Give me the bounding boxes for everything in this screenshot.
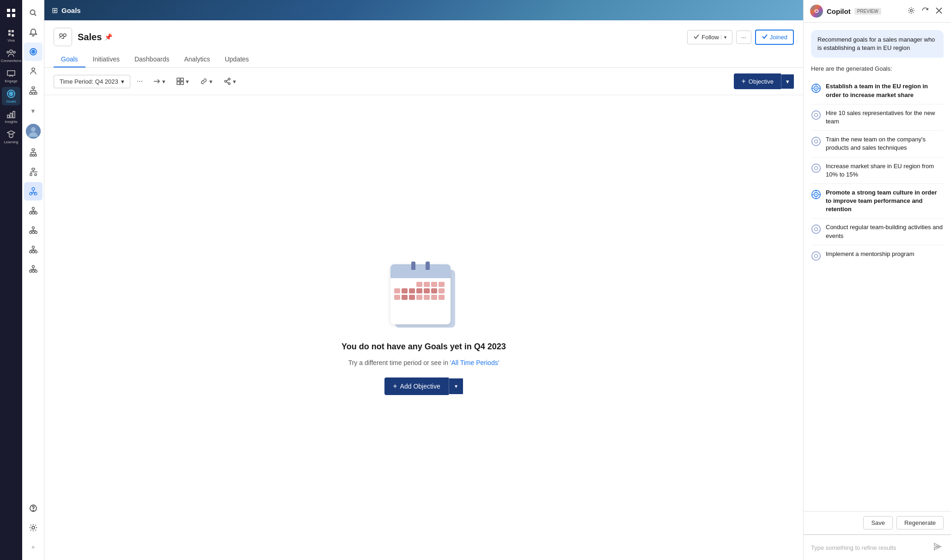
sidebar-item-connections[interactable]: Connections bbox=[2, 46, 20, 65]
grid-view-button[interactable]: ▾ bbox=[173, 75, 193, 88]
copilot-body: Recommend goals for a sales manager who … bbox=[804, 23, 951, 511]
svg-rect-0 bbox=[7, 9, 10, 12]
svg-rect-30 bbox=[35, 174, 37, 176]
goal-text-1: Establish a team in the EU region in ord… bbox=[826, 82, 944, 99]
empty-add-plus-icon: + bbox=[393, 382, 397, 390]
svg-rect-11 bbox=[10, 113, 12, 118]
goal-icon-target-5 bbox=[811, 189, 821, 200]
nav-org5[interactable] bbox=[24, 221, 43, 239]
org-chart-icon[interactable] bbox=[24, 81, 43, 100]
view-arrow-button[interactable]: ▾ bbox=[149, 75, 169, 88]
sidebar-item-goals[interactable]: Goals bbox=[2, 87, 20, 105]
svg-point-72 bbox=[814, 166, 817, 170]
nav-org1[interactable] bbox=[24, 143, 43, 162]
time-period-label: Time Period: Q4 2023 bbox=[60, 78, 118, 85]
svg-point-4 bbox=[10, 50, 12, 53]
share-button[interactable]: ▾ bbox=[220, 75, 240, 88]
goal-icon-target-1 bbox=[811, 83, 821, 93]
expand-sidebar-icon[interactable]: ▼ bbox=[24, 102, 43, 120]
tab-analytics[interactable]: Analytics bbox=[177, 52, 217, 67]
svg-point-53 bbox=[60, 34, 62, 37]
goal-item-4: Increase market share in EU region from … bbox=[811, 158, 944, 184]
goal-item-3: Train the new team on the company's prod… bbox=[811, 131, 944, 157]
add-objective-main-button[interactable]: + Objective bbox=[734, 73, 781, 89]
copilot-close-button[interactable] bbox=[933, 5, 945, 18]
svg-point-41 bbox=[35, 231, 37, 234]
all-time-periods-link[interactable]: 'All Time Periods' bbox=[450, 359, 500, 366]
people-icon[interactable] bbox=[24, 62, 43, 80]
link-chevron: ▾ bbox=[209, 78, 213, 85]
svg-rect-1 bbox=[12, 9, 15, 12]
nav-org7[interactable] bbox=[24, 260, 43, 278]
page-nav: Goals Initiatives Dashboards Analytics U… bbox=[54, 52, 794, 67]
tab-goals[interactable]: Goals bbox=[54, 52, 85, 67]
svg-point-68 bbox=[814, 113, 817, 116]
nav-org3-active[interactable] bbox=[24, 182, 43, 201]
copilot-input-area bbox=[804, 535, 951, 560]
page-area: Sales 📌 Follow ▾ bbox=[44, 20, 803, 560]
goals-nav-icon[interactable] bbox=[24, 43, 43, 61]
nav-org6[interactable] bbox=[24, 240, 43, 259]
tab-initiatives[interactable]: Initiatives bbox=[85, 52, 127, 67]
copilot-input[interactable] bbox=[811, 544, 928, 551]
sidebar-item-engage[interactable]: Engage bbox=[2, 67, 20, 85]
link-button[interactable]: ▾ bbox=[196, 75, 216, 88]
save-button[interactable]: Save bbox=[863, 516, 893, 530]
copilot-settings-button[interactable] bbox=[906, 5, 917, 18]
sidebar-item-learning[interactable]: Learning bbox=[2, 128, 20, 146]
add-objective-button-group: + Objective ▾ bbox=[734, 73, 794, 89]
empty-add-objective-button[interactable]: + Add Objective bbox=[384, 377, 449, 395]
add-objective-chevron-button[interactable]: ▾ bbox=[781, 74, 794, 89]
avatar[interactable] bbox=[26, 124, 41, 139]
svg-rect-55 bbox=[177, 78, 180, 81]
header-banner: ⊞ Goals bbox=[44, 0, 803, 20]
goal-icon-circle-3 bbox=[811, 136, 821, 146]
pin-icon: 📌 bbox=[104, 33, 112, 41]
joined-button[interactable]: Joined bbox=[755, 30, 794, 45]
goal-text-6: Conduct regular team-building activities… bbox=[826, 223, 944, 240]
toolbar-more-button[interactable]: ··· bbox=[134, 74, 146, 88]
svg-point-5 bbox=[7, 51, 9, 53]
nav-org2[interactable] bbox=[24, 163, 43, 181]
search-icon[interactable] bbox=[24, 4, 43, 22]
empty-add-chevron-button[interactable]: ▾ bbox=[449, 378, 463, 394]
copilot-footer-actions: Save Regenerate bbox=[804, 511, 951, 535]
share-chevron: ▾ bbox=[233, 78, 236, 85]
svg-point-45 bbox=[35, 251, 37, 253]
regenerate-button[interactable]: Regenerate bbox=[896, 516, 944, 530]
sidebar-item-insights[interactable]: Insights bbox=[2, 107, 20, 126]
svg-point-16 bbox=[32, 51, 33, 52]
sidebar-item-viva[interactable]: Viva bbox=[2, 26, 20, 44]
more-button[interactable]: ··· bbox=[736, 30, 751, 44]
page-header: Sales 📌 Follow ▾ bbox=[44, 20, 803, 68]
goal-item-6: Conduct regular team-building activities… bbox=[811, 219, 944, 245]
help-icon[interactable] bbox=[24, 499, 43, 517]
svg-point-6 bbox=[13, 51, 15, 53]
goal-item-1: Establish a team in the EU region in ord… bbox=[811, 78, 944, 104]
svg-point-69 bbox=[812, 137, 820, 146]
tab-dashboards[interactable]: Dashboards bbox=[127, 52, 177, 67]
svg-rect-21 bbox=[35, 92, 37, 94]
sidebar-left: Viva Connections Engage Goals bbox=[0, 0, 22, 560]
svg-point-35 bbox=[29, 212, 31, 214]
settings-icon[interactable] bbox=[24, 518, 43, 537]
empty-state-add-objective-group: + Add Objective ▾ bbox=[384, 377, 463, 395]
user-query-text: Recommend goals for a sales manager who … bbox=[817, 36, 935, 51]
expand-icon[interactable]: » bbox=[24, 538, 43, 556]
notification-icon[interactable] bbox=[24, 23, 43, 42]
follow-button[interactable]: Follow ▾ bbox=[687, 30, 732, 44]
tab-updates[interactable]: Updates bbox=[217, 52, 256, 67]
nav-org4[interactable] bbox=[24, 201, 43, 220]
svg-rect-26 bbox=[32, 154, 34, 156]
copilot-send-button[interactable] bbox=[932, 541, 944, 554]
copilot-refresh-button[interactable] bbox=[920, 5, 931, 18]
app-grid-icon[interactable] bbox=[2, 4, 20, 22]
time-period-button[interactable]: Time Period: Q4 2023 ▾ bbox=[54, 75, 130, 88]
svg-point-34 bbox=[32, 207, 34, 210]
svg-point-46 bbox=[32, 266, 34, 268]
svg-point-77 bbox=[814, 228, 817, 231]
svg-point-62 bbox=[812, 7, 821, 15]
sidebar-item-insights-label: Insights bbox=[5, 120, 18, 124]
copilot-title: Copilot bbox=[827, 7, 851, 15]
svg-point-23 bbox=[31, 127, 36, 132]
